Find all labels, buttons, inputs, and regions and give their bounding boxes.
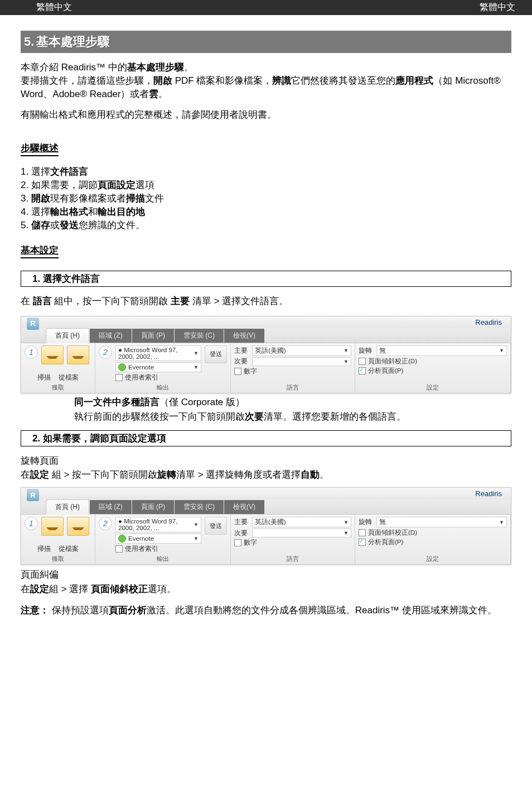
settings-group-label: 設定 xyxy=(359,553,507,563)
steps-list: 1. 選擇文件語言 2. 如果需要，調節頁面設定選項 3. 開啟現有影像檔案或者… xyxy=(21,165,511,232)
deskew-heading: 頁面糾偏 xyxy=(21,568,511,582)
tab-cloud[interactable]: 雲安裝 (C) xyxy=(175,329,224,343)
chevron-down-icon: ▼ xyxy=(344,520,349,525)
intro-p3: 有關輸出格式和應用程式的完整概述，請參閱使用者說明書。 xyxy=(21,108,511,122)
scan-button[interactable] xyxy=(41,517,64,536)
output-group-label: 輸出 xyxy=(99,553,227,563)
readiris-logo-icon: R xyxy=(27,489,39,501)
step-3: 3. 開啟現有影像檔案或者掃描文件 xyxy=(21,192,511,205)
multi-lang-block: 同一文件中多種語言（僅 Corporate 版） 執行前面的步驟然後按一下向下箭… xyxy=(74,396,511,424)
step-1: 1. 選擇文件語言 xyxy=(21,165,511,178)
analyze-checkbox[interactable]: 分析頁面(P) xyxy=(359,367,507,375)
tab-zone[interactable]: 區域 (Z) xyxy=(90,500,132,514)
tab-zone[interactable]: 區域 (Z) xyxy=(90,329,132,343)
deskew-instruction: 在設定組 > 選擇 頁面傾斜校正選項。 xyxy=(21,583,511,596)
step-number-2-icon: 2 xyxy=(99,345,112,359)
secondary-lang-label: 次要 xyxy=(234,529,250,537)
secondary-lang-dropdown[interactable]: ▼ xyxy=(252,528,351,537)
deskew-checkbox[interactable]: 頁面傾斜校正(D) xyxy=(359,357,507,366)
basic-settings-heading: 基本設定 xyxy=(21,244,59,258)
boxed-step-1: 1. 選擇文件語言 xyxy=(21,271,511,287)
readiris-app-title: Readiris xyxy=(475,489,502,498)
rotate-label: 旋轉 xyxy=(359,347,374,355)
secondary-lang-dropdown[interactable]: ▼ xyxy=(252,357,351,366)
step-number-1-icon: 1 xyxy=(25,345,38,359)
output-target-dropdown[interactable]: Evernote▼ xyxy=(115,362,201,372)
primary-lang-dropdown[interactable]: 英語(美國)▼ xyxy=(252,345,351,356)
chevron-down-icon: ▼ xyxy=(499,348,504,353)
fromfile-label: 從檔案 xyxy=(59,373,79,382)
send-button[interactable]: 發送 xyxy=(205,345,227,363)
overview-heading: 步驟概述 xyxy=(21,142,59,156)
chevron-down-icon: ▼ xyxy=(194,350,199,356)
language-group-label: 語言 xyxy=(234,553,351,563)
chevron-down-icon: ▼ xyxy=(499,520,504,525)
rotate-label: 旋轉 xyxy=(359,518,374,526)
section-title-text: 基本處理步驟 xyxy=(36,35,110,49)
primary-lang-dropdown[interactable]: 英語(美國)▼ xyxy=(252,517,351,527)
readiris-app-title: Readiris xyxy=(475,318,502,326)
output-format-dropdown[interactable]: ● Microsoft Word 97, 2000, 2002, ...▼ xyxy=(115,345,201,361)
readiris-ribbon-1: R Readiris 首頁 (H) 區域 (Z) 頁面 (P) 雲安裝 (C) … xyxy=(21,316,511,393)
step-2: 2. 如果需要，調節頁面設定選項 xyxy=(21,179,511,191)
send-button[interactable]: 發送 xyxy=(205,517,227,535)
tab-home[interactable]: 首頁 (H) xyxy=(46,499,89,515)
language-group-label: 語言 xyxy=(234,382,351,392)
readiris-ribbon-2: R Readiris 首頁 (H) 區域 (Z) 頁面 (P) 雲安裝 (C) … xyxy=(21,487,511,565)
chevron-down-icon: ▼ xyxy=(194,364,199,370)
tab-page[interactable]: 頁面 (P) xyxy=(132,329,174,343)
evernote-icon xyxy=(118,363,126,371)
header-left: 繁體中文 xyxy=(36,2,72,13)
header-right: 繁體中文 xyxy=(480,2,515,13)
numbers-checkbox[interactable]: 數字 xyxy=(234,367,351,376)
rotate-instruction: 在設定 組 > 按一下向下箭頭開啟旋轉清單 > 選擇旋轉角度或者選擇自動。 xyxy=(21,468,511,482)
rotate-dropdown[interactable]: 無▼ xyxy=(376,345,507,356)
scan-button[interactable] xyxy=(41,345,64,364)
boxed-step-2: 2. 如果需要，調節頁面設定選項 xyxy=(21,430,511,446)
tab-page[interactable]: 頁面 (P) xyxy=(132,500,174,514)
fromfile-label: 從檔案 xyxy=(59,545,79,553)
step-number-1-icon: 1 xyxy=(25,517,38,530)
numbers-checkbox[interactable]: 數字 xyxy=(234,539,351,547)
user-index-checkbox[interactable]: 使用者索引 xyxy=(115,545,201,553)
secondary-lang-label: 次要 xyxy=(234,357,250,366)
tab-view[interactable]: 檢視(V) xyxy=(224,329,264,343)
tab-cloud[interactable]: 雲安裝 (C) xyxy=(175,500,224,514)
rotate-dropdown[interactable]: 無▼ xyxy=(376,517,507,527)
from-file-button[interactable] xyxy=(67,345,89,364)
step-4: 4. 選擇輸出格式和輸出目的地 xyxy=(21,205,511,218)
tab-view[interactable]: 檢視(V) xyxy=(224,500,264,514)
primary-lang-label: 主要 xyxy=(234,518,250,526)
deskew-checkbox[interactable]: 頁面傾斜校正(D) xyxy=(359,528,507,537)
chevron-down-icon: ▼ xyxy=(344,530,349,536)
chevron-down-icon: ▼ xyxy=(344,359,349,364)
output-format-dropdown[interactable]: ● Microsoft Word 97, 2000, 2002, ...▼ xyxy=(115,517,201,532)
from-file-button[interactable] xyxy=(67,517,89,536)
step-number-2-icon: 2 xyxy=(99,517,112,530)
user-index-checkbox[interactable]: 使用者索引 xyxy=(115,373,201,382)
analyze-checkbox[interactable]: 分析頁面(P) xyxy=(359,538,507,546)
evernote-icon xyxy=(118,535,126,542)
note-paragraph: 注意： 保持預設選項頁面分析激活。此選項自動將您的文件分成各個辨識區域。Read… xyxy=(21,604,511,617)
intro-p1: 本章介紹 Readiris™ 中的基本處理步驟。 要掃描文件，請遵循這些步驟，開… xyxy=(21,61,511,100)
primary-lang-label: 主要 xyxy=(234,347,250,355)
readiris-logo-icon: R xyxy=(27,318,39,330)
chevron-down-icon: ▼ xyxy=(194,522,199,527)
acquire-group-label: 獲取 xyxy=(25,553,91,563)
language-instruction: 在 語言 組中，按一下向下箭頭開啟 主要 清單 > 選擇文件語言。 xyxy=(21,295,511,308)
settings-group-label: 設定 xyxy=(359,382,507,392)
output-group-label: 輸出 xyxy=(99,382,227,392)
tab-home[interactable]: 首頁 (H) xyxy=(46,328,89,343)
output-target-dropdown[interactable]: Evernote▼ xyxy=(115,534,201,544)
acquire-group-label: 獲取 xyxy=(25,382,91,392)
step-5: 5. 儲存或發送您辨識的文件。 xyxy=(21,219,511,232)
section-number: 5. xyxy=(24,35,34,49)
chevron-down-icon: ▼ xyxy=(194,536,199,541)
section-title: 5.基本處理步驟 xyxy=(21,31,511,53)
scan-label: 掃描 xyxy=(37,373,51,382)
scan-label: 掃描 xyxy=(37,545,51,553)
rotate-heading: 旋轉頁面 xyxy=(21,454,511,468)
chevron-down-icon: ▼ xyxy=(344,348,349,353)
